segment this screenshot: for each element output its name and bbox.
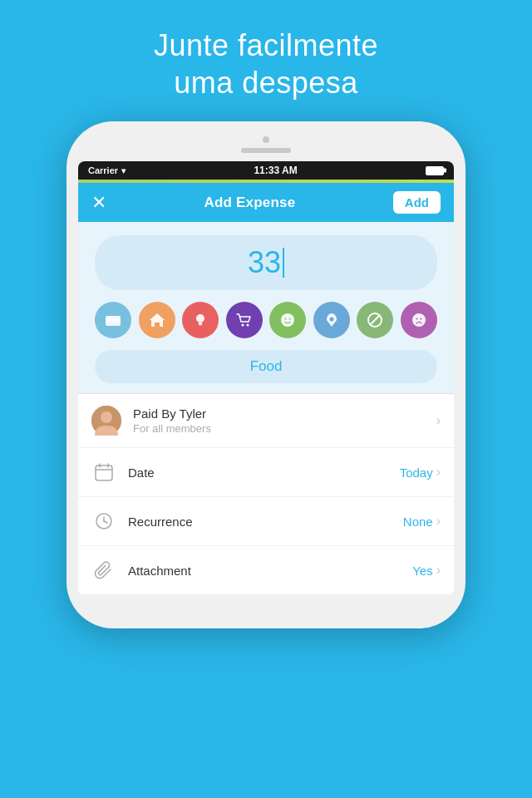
home-icon	[148, 311, 166, 329]
svg-point-6	[241, 324, 244, 327]
svg-point-10	[289, 318, 291, 320]
chevron-icon: ›	[436, 413, 441, 428]
calendar-icon	[91, 460, 116, 485]
svg-rect-5	[199, 324, 202, 326]
amount-field[interactable]: 33	[95, 235, 437, 290]
avatar-svg	[91, 406, 121, 436]
paid-by-content: Paid By Tyler For all members	[133, 406, 425, 435]
date-content: Date	[128, 466, 388, 480]
status-time: 11:33 AM	[254, 165, 297, 176]
date-title: Date	[128, 466, 388, 480]
recurrence-chevron-icon: ›	[436, 514, 441, 529]
category-icon-no[interactable]	[357, 302, 393, 338]
paperclip-svg	[94, 560, 114, 580]
svg-rect-4	[199, 323, 203, 324]
paperclip-icon	[91, 558, 116, 583]
clock-svg	[94, 511, 114, 531]
wifi-icon: ▾	[121, 166, 126, 175]
svg-rect-1	[106, 318, 121, 321]
headline-line1: Junte facilmente	[154, 28, 378, 62]
svg-line-25	[104, 521, 107, 523]
status-left: Carrier ▾	[88, 165, 126, 175]
attachment-value: Yes	[412, 564, 432, 578]
camera-dot	[263, 136, 269, 143]
paid-by-subtitle: For all members	[133, 422, 425, 435]
svg-point-16	[420, 318, 421, 320]
recurrence-row[interactable]: Recurrence None ›	[78, 497, 454, 546]
paid-by-row[interactable]: Paid By Tyler For all members ›	[78, 394, 454, 448]
svg-point-8	[281, 313, 294, 327]
paid-by-chevron: ›	[436, 413, 441, 428]
svg-point-18	[101, 411, 112, 423]
attachment-value-container: Yes ›	[412, 563, 441, 578]
svg-point-7	[246, 324, 249, 327]
svg-marker-2	[150, 313, 165, 327]
rocket-icon	[323, 311, 341, 329]
nav-title: Add Expense	[204, 195, 295, 211]
paid-by-title: Paid By Tyler	[133, 406, 425, 421]
svg-rect-19	[96, 466, 112, 480]
category-icon-home[interactable]	[139, 302, 175, 338]
date-value: Today	[400, 466, 433, 480]
category-icon-shopping[interactable]	[226, 302, 263, 338]
date-chevron-icon: ›	[436, 465, 441, 480]
category-icon-happy[interactable]	[269, 302, 306, 338]
category-name-text: Food	[250, 358, 283, 374]
attachment-row[interactable]: Attachment Yes ›	[78, 546, 454, 595]
cursor	[283, 248, 284, 278]
phone-frame: Carrier ▾ 11:33 AM ✕ Add Expense Add 33	[66, 121, 466, 628]
date-row[interactable]: Date Today ›	[78, 448, 454, 497]
smiley-icon	[278, 311, 297, 329]
recurrence-content: Recurrence	[128, 515, 392, 529]
cart-icon	[235, 311, 254, 329]
date-value-container: Today ›	[400, 465, 441, 480]
headline-line2: uma despesa	[174, 66, 358, 100]
svg-point-14	[412, 313, 426, 327]
phone-bottom	[78, 595, 454, 608]
svg-point-9	[285, 318, 287, 320]
recurrence-title: Recurrence	[128, 515, 392, 529]
add-expense-button[interactable]: Add	[393, 191, 441, 214]
attachment-content: Attachment	[128, 564, 401, 578]
category-icon-lightbulb[interactable]	[182, 302, 219, 338]
no-icon	[366, 311, 384, 329]
category-row	[95, 302, 437, 338]
category-name-field[interactable]: Food	[95, 350, 437, 383]
category-icon-sad[interactable]	[401, 302, 437, 338]
battery-icon	[426, 166, 444, 175]
bills-icon	[104, 311, 122, 329]
attachment-chevron-icon: ›	[436, 563, 441, 578]
status-right	[426, 166, 444, 175]
close-button[interactable]: ✕	[91, 192, 106, 214]
lightbulb-icon	[191, 311, 209, 329]
category-icon-bills[interactable]	[95, 302, 131, 338]
attachment-title: Attachment	[128, 564, 401, 578]
status-bar: Carrier ▾ 11:33 AM	[78, 161, 454, 180]
svg-point-3	[196, 314, 204, 323]
recurrence-value: None	[403, 515, 433, 529]
recurrence-value-container: None ›	[403, 514, 441, 529]
avatar	[91, 406, 121, 436]
amount-value: 33	[248, 245, 281, 280]
nav-bar: ✕ Add Expense Add	[78, 183, 454, 222]
content-area: 33	[78, 222, 454, 393]
sad-icon	[410, 311, 428, 329]
svg-line-13	[370, 315, 380, 325]
svg-point-15	[416, 318, 417, 320]
category-icon-rocket[interactable]	[313, 302, 350, 338]
phone-top	[78, 136, 454, 153]
clock-icon	[91, 509, 116, 534]
speaker-bar	[241, 148, 291, 153]
phone-screen: Carrier ▾ 11:33 AM ✕ Add Expense Add 33	[78, 161, 454, 595]
svg-point-11	[329, 318, 333, 322]
headline: Junte facilmente uma despesa	[154, 27, 378, 101]
carrier-text: Carrier	[88, 165, 118, 175]
calendar-svg	[94, 462, 114, 482]
list-section: Paid By Tyler For all members ›	[78, 393, 454, 595]
